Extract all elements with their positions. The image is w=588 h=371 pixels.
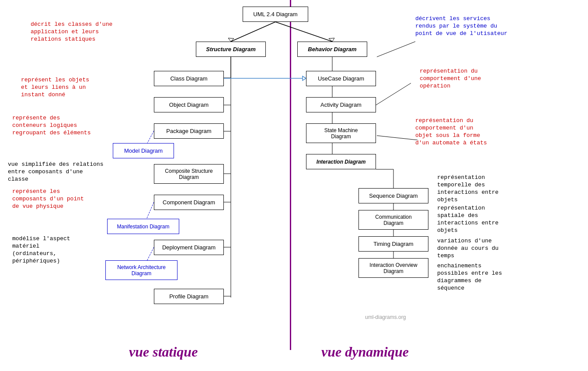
box-package: Package Diagram xyxy=(154,123,224,139)
manifestation-label: Manifestation Diagram xyxy=(117,224,169,230)
svg-overlay xyxy=(0,0,588,371)
annotation-statemachine-desc: représentation du comportement d'un obje… xyxy=(415,117,487,147)
annotation-usecase-desc: décrivent les services rendus par le sys… xyxy=(415,15,508,38)
annotation-component-desc: représente les composants d'un point de … xyxy=(12,188,84,210)
uml-root-label: UML 2.4 Diagram xyxy=(253,11,297,18)
box-manifestation: Manifestation Diagram xyxy=(107,219,179,234)
usecase-label: UseCase Diagram xyxy=(318,75,364,82)
component-label: Component Diagram xyxy=(163,199,215,206)
box-class: Class Diagram xyxy=(154,71,224,86)
svg-line-49 xyxy=(377,42,415,57)
annotation-package-desc: représente des conteneurs logiques regro… xyxy=(12,115,90,137)
annotation-communication-desc: représentation spatiale des interactions… xyxy=(437,205,498,234)
annotation-class-desc: décrit les classes d'une application et … xyxy=(31,21,112,43)
svg-marker-1 xyxy=(228,38,234,42)
activity-label: Activity Diagram xyxy=(320,102,362,108)
annotation-interaction-overview-desc: enchainements possibles entre les diagra… xyxy=(437,262,502,292)
annotation-activity-desc: représentation du comportement d'une opé… xyxy=(420,68,481,90)
box-usecase: UseCase Diagram xyxy=(306,71,376,86)
box-communication: Communication Diagram xyxy=(358,210,428,230)
communication-label: Communication Diagram xyxy=(375,214,411,226)
profile-label: Profile Diagram xyxy=(169,293,209,300)
diagram-container: UML 2.4 Diagram Structure Diagram Behavi… xyxy=(0,0,588,371)
annotation-sequence-desc: représentation temporelle des interactio… xyxy=(437,174,498,204)
box-interaction: Interaction Diagram xyxy=(306,154,376,169)
svg-marker-3 xyxy=(329,38,334,42)
box-composite: Composite Structure Diagram xyxy=(154,164,224,184)
label-vue-dynamique: vue dynamique xyxy=(321,344,409,360)
structure-label: Structure Diagram xyxy=(206,46,255,52)
box-model: Model Diagram xyxy=(113,143,174,158)
svg-line-0 xyxy=(231,22,275,42)
interaction-overview-label: Interaction Overview Diagram xyxy=(369,262,417,274)
svg-marker-47 xyxy=(303,76,306,80)
annotation-deployment-desc: modélise l'aspect matériel (ordinateurs,… xyxy=(12,235,70,265)
box-timing: Timing Diagram xyxy=(358,236,428,252)
box-uml-root: UML 2.4 Diagram xyxy=(243,7,308,22)
interaction-label: Interaction Diagram xyxy=(317,159,366,165)
statemachine-label: State Machine Diagram xyxy=(324,127,358,140)
composite-label: Composite Structure Diagram xyxy=(165,168,212,180)
box-profile: Profile Diagram xyxy=(154,289,224,304)
svg-line-48 xyxy=(376,83,411,105)
box-deployment: Deployment Diagram xyxy=(154,240,224,255)
deployment-label: Deployment Diagram xyxy=(162,244,216,251)
label-vue-statique: vue statique xyxy=(129,344,198,360)
box-activity: Activity Diagram xyxy=(306,97,376,112)
divider xyxy=(290,0,291,350)
behavior-label: Behavior Diagram xyxy=(308,46,356,52)
svg-line-2 xyxy=(275,22,332,42)
box-statemachine: State Machine Diagram xyxy=(306,123,376,143)
box-structure: Structure Diagram xyxy=(196,42,266,57)
box-behavior: Behavior Diagram xyxy=(297,42,367,57)
model-label: Model Diagram xyxy=(124,147,163,154)
class-label: Class Diagram xyxy=(170,75,207,82)
network-label: Network Architecture Diagram xyxy=(117,264,166,276)
box-sequence: Sequence Diagram xyxy=(358,188,428,203)
box-component: Component Diagram xyxy=(154,195,224,210)
svg-line-50 xyxy=(377,136,418,140)
annotation-object-desc: représent les objets et leurs liens à un… xyxy=(21,77,89,99)
package-label: Package Diagram xyxy=(166,128,211,134)
watermark: uml-diagrams.org xyxy=(365,314,406,320)
box-network: Network Architecture Diagram xyxy=(105,260,177,280)
sequence-label: Sequence Diagram xyxy=(369,192,418,199)
box-object: Object Diagram xyxy=(154,97,224,112)
object-label: Object Diagram xyxy=(169,102,209,108)
timing-label: Timing Diagram xyxy=(373,241,413,247)
annotation-composite-desc: vue simplifiée des relations entre compo… xyxy=(8,161,103,183)
annotation-timing-desc: variations d'une donnée au cours du temp… xyxy=(437,238,498,260)
box-interaction-overview: Interaction Overview Diagram xyxy=(358,258,428,278)
